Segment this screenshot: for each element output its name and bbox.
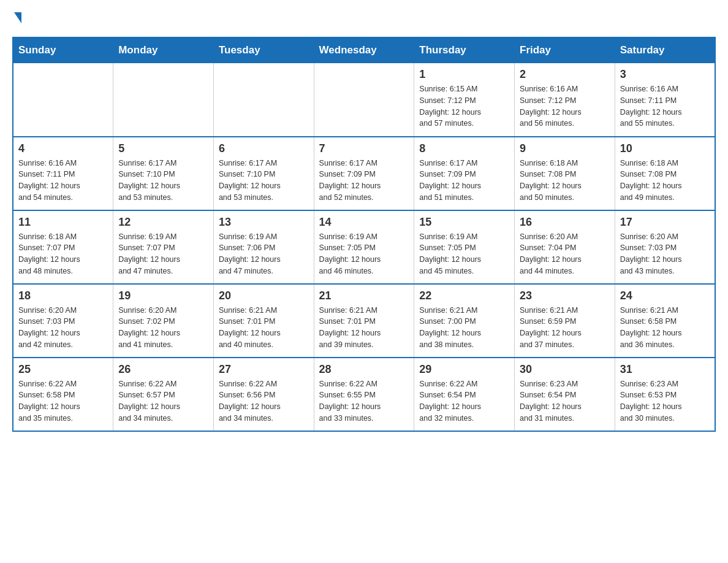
day-number: 5	[118, 142, 208, 155]
day-number: 29	[419, 363, 509, 376]
calendar-cell: 10Sunrise: 6:18 AM Sunset: 7:08 PM Dayli…	[615, 137, 715, 210]
logo	[12, 12, 21, 25]
calendar-cell: 2Sunrise: 6:16 AM Sunset: 7:12 PM Daylig…	[515, 63, 615, 137]
day-info: Sunrise: 6:21 AM Sunset: 6:58 PM Dayligh…	[620, 305, 710, 351]
weekday-header-tuesday: Tuesday	[213, 37, 314, 63]
weekday-header-thursday: Thursday	[414, 37, 515, 63]
day-info: Sunrise: 6:19 AM Sunset: 7:06 PM Dayligh…	[219, 231, 309, 277]
calendar-table: SundayMondayTuesdayWednesdayThursdayFrid…	[12, 37, 716, 432]
day-info: Sunrise: 6:20 AM Sunset: 7:02 PM Dayligh…	[118, 305, 208, 351]
calendar-cell	[113, 63, 214, 137]
day-info: Sunrise: 6:20 AM Sunset: 7:04 PM Dayligh…	[520, 231, 610, 277]
calendar-cell: 23Sunrise: 6:21 AM Sunset: 6:59 PM Dayli…	[515, 284, 615, 358]
day-info: Sunrise: 6:17 AM Sunset: 7:10 PM Dayligh…	[219, 158, 309, 204]
calendar-cell: 20Sunrise: 6:21 AM Sunset: 7:01 PM Dayli…	[213, 284, 314, 358]
weekday-header-monday: Monday	[113, 37, 214, 63]
calendar-cell: 17Sunrise: 6:20 AM Sunset: 7:03 PM Dayli…	[615, 210, 715, 284]
day-info: Sunrise: 6:22 AM Sunset: 6:57 PM Dayligh…	[118, 378, 208, 424]
day-number: 15	[419, 216, 509, 229]
calendar-cell: 3Sunrise: 6:16 AM Sunset: 7:11 PM Daylig…	[615, 63, 715, 137]
day-number: 22	[419, 289, 509, 302]
calendar-cell: 14Sunrise: 6:19 AM Sunset: 7:05 PM Dayli…	[314, 210, 414, 284]
calendar-cell: 15Sunrise: 6:19 AM Sunset: 7:05 PM Dayli…	[414, 210, 515, 284]
day-number: 7	[319, 142, 409, 155]
day-info: Sunrise: 6:23 AM Sunset: 6:54 PM Dayligh…	[520, 378, 610, 424]
day-number: 23	[520, 289, 610, 302]
calendar-week-row: 25Sunrise: 6:22 AM Sunset: 6:58 PM Dayli…	[13, 358, 715, 431]
day-number: 16	[520, 216, 610, 229]
day-number: 17	[620, 216, 710, 229]
day-info: Sunrise: 6:19 AM Sunset: 7:07 PM Dayligh…	[118, 231, 208, 277]
day-number: 12	[118, 216, 208, 229]
calendar-week-row: 1Sunrise: 6:15 AM Sunset: 7:12 PM Daylig…	[13, 63, 715, 137]
calendar-cell: 30Sunrise: 6:23 AM Sunset: 6:54 PM Dayli…	[515, 358, 615, 431]
day-info: Sunrise: 6:18 AM Sunset: 7:08 PM Dayligh…	[520, 158, 610, 204]
day-info: Sunrise: 6:21 AM Sunset: 7:01 PM Dayligh…	[219, 305, 309, 351]
weekday-header-wednesday: Wednesday	[314, 37, 414, 63]
calendar-cell: 26Sunrise: 6:22 AM Sunset: 6:57 PM Dayli…	[113, 358, 214, 431]
calendar-cell: 1Sunrise: 6:15 AM Sunset: 7:12 PM Daylig…	[414, 63, 515, 137]
day-info: Sunrise: 6:17 AM Sunset: 7:10 PM Dayligh…	[118, 158, 208, 204]
day-info: Sunrise: 6:20 AM Sunset: 7:03 PM Dayligh…	[18, 305, 108, 351]
logo-triangle-icon	[14, 12, 21, 23]
calendar-cell: 29Sunrise: 6:22 AM Sunset: 6:54 PM Dayli…	[414, 358, 515, 431]
day-info: Sunrise: 6:16 AM Sunset: 7:11 PM Dayligh…	[620, 83, 710, 129]
day-info: Sunrise: 6:16 AM Sunset: 7:11 PM Dayligh…	[18, 158, 108, 204]
calendar-cell: 19Sunrise: 6:20 AM Sunset: 7:02 PM Dayli…	[113, 284, 214, 358]
calendar-cell	[314, 63, 414, 137]
calendar-cell: 4Sunrise: 6:16 AM Sunset: 7:11 PM Daylig…	[13, 137, 113, 210]
day-info: Sunrise: 6:17 AM Sunset: 7:09 PM Dayligh…	[419, 158, 509, 204]
day-number: 4	[18, 142, 108, 155]
day-number: 2	[520, 68, 610, 81]
day-number: 28	[319, 363, 409, 376]
day-number: 11	[18, 216, 108, 229]
day-info: Sunrise: 6:16 AM Sunset: 7:12 PM Dayligh…	[520, 83, 610, 129]
day-number: 1	[419, 68, 509, 81]
day-info: Sunrise: 6:22 AM Sunset: 6:55 PM Dayligh…	[319, 378, 409, 424]
calendar-week-row: 18Sunrise: 6:20 AM Sunset: 7:03 PM Dayli…	[13, 284, 715, 358]
day-number: 24	[620, 289, 710, 302]
day-number: 30	[520, 363, 610, 376]
calendar-week-row: 4Sunrise: 6:16 AM Sunset: 7:11 PM Daylig…	[13, 137, 715, 210]
day-info: Sunrise: 6:22 AM Sunset: 6:56 PM Dayligh…	[219, 378, 309, 424]
weekday-header-sunday: Sunday	[13, 37, 113, 63]
calendar-cell: 21Sunrise: 6:21 AM Sunset: 7:01 PM Dayli…	[314, 284, 414, 358]
day-number: 6	[219, 142, 309, 155]
weekday-header-row: SundayMondayTuesdayWednesdayThursdayFrid…	[13, 37, 715, 63]
day-number: 3	[620, 68, 710, 81]
calendar-cell: 27Sunrise: 6:22 AM Sunset: 6:56 PM Dayli…	[213, 358, 314, 431]
calendar-cell: 9Sunrise: 6:18 AM Sunset: 7:08 PM Daylig…	[515, 137, 615, 210]
calendar-cell: 18Sunrise: 6:20 AM Sunset: 7:03 PM Dayli…	[13, 284, 113, 358]
calendar-cell: 11Sunrise: 6:18 AM Sunset: 7:07 PM Dayli…	[13, 210, 113, 284]
day-number: 27	[219, 363, 309, 376]
calendar-cell: 22Sunrise: 6:21 AM Sunset: 7:00 PM Dayli…	[414, 284, 515, 358]
day-info: Sunrise: 6:22 AM Sunset: 6:58 PM Dayligh…	[18, 378, 108, 424]
calendar-cell: 6Sunrise: 6:17 AM Sunset: 7:10 PM Daylig…	[213, 137, 314, 210]
day-number: 9	[520, 142, 610, 155]
calendar-cell	[13, 63, 113, 137]
calendar-cell: 31Sunrise: 6:23 AM Sunset: 6:53 PM Dayli…	[615, 358, 715, 431]
day-number: 25	[18, 363, 108, 376]
day-info: Sunrise: 6:15 AM Sunset: 7:12 PM Dayligh…	[419, 83, 509, 129]
day-number: 19	[118, 289, 208, 302]
day-info: Sunrise: 6:21 AM Sunset: 7:01 PM Dayligh…	[319, 305, 409, 351]
calendar-week-row: 11Sunrise: 6:18 AM Sunset: 7:07 PM Dayli…	[13, 210, 715, 284]
day-info: Sunrise: 6:18 AM Sunset: 7:08 PM Dayligh…	[620, 158, 710, 204]
day-number: 10	[620, 142, 710, 155]
day-number: 18	[18, 289, 108, 302]
calendar-cell: 5Sunrise: 6:17 AM Sunset: 7:10 PM Daylig…	[113, 137, 214, 210]
weekday-header-saturday: Saturday	[615, 37, 715, 63]
calendar-cell: 28Sunrise: 6:22 AM Sunset: 6:55 PM Dayli…	[314, 358, 414, 431]
day-info: Sunrise: 6:23 AM Sunset: 6:53 PM Dayligh…	[620, 378, 710, 424]
day-info: Sunrise: 6:18 AM Sunset: 7:07 PM Dayligh…	[18, 231, 108, 277]
calendar-cell: 8Sunrise: 6:17 AM Sunset: 7:09 PM Daylig…	[414, 137, 515, 210]
day-number: 13	[219, 216, 309, 229]
day-info: Sunrise: 6:19 AM Sunset: 7:05 PM Dayligh…	[419, 231, 509, 277]
day-number: 31	[620, 363, 710, 376]
day-number: 20	[219, 289, 309, 302]
day-info: Sunrise: 6:21 AM Sunset: 6:59 PM Dayligh…	[520, 305, 610, 351]
calendar-cell: 13Sunrise: 6:19 AM Sunset: 7:06 PM Dayli…	[213, 210, 314, 284]
day-number: 21	[319, 289, 409, 302]
weekday-header-friday: Friday	[515, 37, 615, 63]
day-info: Sunrise: 6:19 AM Sunset: 7:05 PM Dayligh…	[319, 231, 409, 277]
